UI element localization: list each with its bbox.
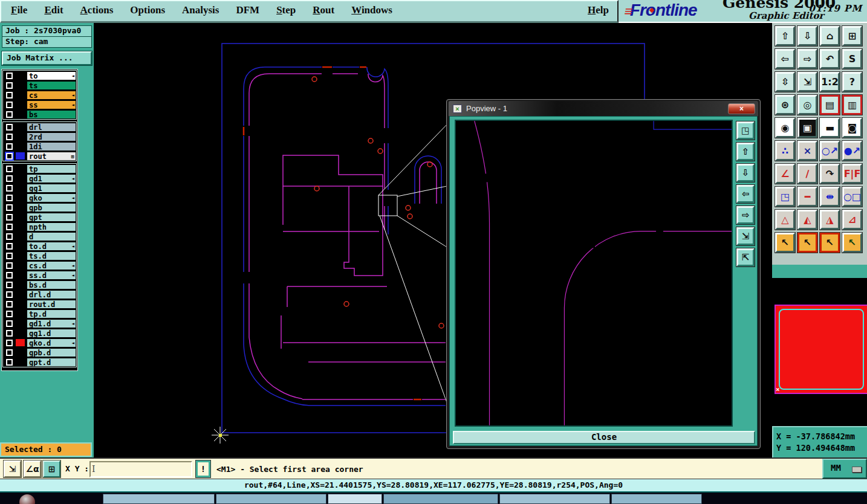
angle-mode-button[interactable]: ∠α [24,460,41,477]
layer-visibility-checkbox[interactable] [6,272,13,279]
menu-windows[interactable]: Windows [351,4,392,16]
layer-row[interactable]: gpt◄ [3,212,76,222]
layer-row[interactable]: drl.d◄ [3,289,76,299]
popview-pan-up-button[interactable]: ⇧ [736,143,755,161]
layer-visibility-checkbox[interactable] [6,204,13,211]
layer-row[interactable]: tp.d◄ [3,309,76,318]
measure-button[interactable]: ▬ [820,118,840,138]
layer-row[interactable]: 2rd◄ [3,132,76,141]
taskbar-button[interactable] [328,494,382,504]
shape-combine-button[interactable]: ○□ [842,187,862,207]
layer-row[interactable]: bs◄ [3,109,76,119]
layer-visibility-checkbox[interactable] [6,195,13,201]
slope-line-button[interactable]: ∕ [797,164,817,184]
layer-row[interactable]: gpt.d◄ [3,357,76,367]
taskbar-button[interactable] [216,494,326,504]
menu-rout[interactable]: Rout [313,4,334,16]
quadrant-button[interactable]: ⊞ [43,460,60,477]
layer-visibility-checkbox[interactable] [6,82,13,89]
layer-row[interactable]: ts◄ [3,80,76,90]
start-button[interactable] [19,494,35,504]
popview-zoom-out-button[interactable]: ⇲ [736,227,755,245]
surface-arch-button[interactable]: ◮ [820,210,840,230]
popview-duplicate-button[interactable]: ◳ [736,121,755,140]
layer-row[interactable]: gko◄ [3,193,76,202]
layer-visibility-checkbox[interactable] [6,175,13,182]
popview-titlebar[interactable]: × Popview - 1 × [449,101,758,116]
layer-visibility-checkbox[interactable] [6,224,13,230]
swap-symbol-button[interactable]: ▣ [797,118,817,138]
layer-visibility-checkbox[interactable] [6,185,13,192]
popview-pan-left-button[interactable]: ⇦ [736,185,755,203]
select-inside-button[interactable]: ↖ [820,233,840,253]
filled-endpoint-button[interactable]: ●↗ [842,141,862,161]
layer-row[interactable]: to◄ [3,71,76,80]
layer-visibility-checkbox[interactable] [6,301,13,308]
pan-view-right-button[interactable]: ⇨ [797,49,817,69]
zoom-query-button[interactable]: ? [842,72,862,92]
surface-peak-button[interactable]: ◭ [797,210,817,230]
menu-help[interactable]: Help [588,4,609,16]
zoom-1-2-button[interactable]: 1:2 [820,72,840,92]
menu-actions[interactable]: Actions [80,4,114,16]
layer-row[interactable]: ss.d◄ [3,270,76,280]
popview-close-x-button[interactable]: × [728,103,755,114]
layer-row[interactable]: rout◄⊞ [3,151,76,161]
popview-zoom-in-button[interactable]: ⇱ [736,248,755,267]
layer-row[interactable]: drl◄ [3,122,76,132]
menu-options[interactable]: Options [130,4,165,16]
layer-visibility-checkbox[interactable] [6,233,13,240]
menu-analysis[interactable]: Analysis [182,4,219,16]
layer-visibility-checkbox[interactable] [6,320,13,327]
layer-visibility-checkbox[interactable] [6,282,13,288]
select-frame-button[interactable]: ↖ [797,233,817,253]
layer-row[interactable]: gpb.d◄ [3,347,76,357]
layer-row[interactable]: gpb◄ [3,202,76,212]
layer-row[interactable]: ss◄ [3,100,76,109]
pan-view-left-button[interactable]: ⇦ [775,49,795,69]
layer-visibility-checkbox[interactable] [6,166,13,172]
layer-row[interactable]: 1di◄ [3,141,76,151]
zoom-center-button[interactable]: ⇲ [797,72,817,92]
clear-select-button[interactable]: × [797,141,817,161]
popview-canvas[interactable] [455,120,733,427]
xy-input[interactable] [89,461,192,477]
snap-diagonal-button[interactable]: ⇲ [4,460,21,477]
pan-view-up-button[interactable]: ⇧ [775,26,795,46]
layer-visibility-checkbox[interactable] [6,253,13,259]
serpentine-view-button[interactable]: S [842,49,862,69]
layer-visibility-checkbox[interactable] [6,340,13,346]
display-config-2-button[interactable]: ▥ [842,95,862,115]
layer-visibility-checkbox[interactable] [6,330,13,337]
tools-button[interactable]: ⊛ [775,95,795,115]
alert-button[interactable]: ! [196,460,210,477]
layer-visibility-checkbox[interactable] [6,243,13,250]
layer-visibility-checkbox[interactable] [6,291,13,298]
layer-visibility-checkbox[interactable] [6,111,13,118]
layer-visibility-checkbox[interactable] [6,92,13,99]
layer-row[interactable]: gko.d◄ [3,338,76,347]
layer-visibility-checkbox[interactable] [6,262,13,269]
angle-measure-button[interactable]: ∠ [775,164,795,184]
layer-visibility-checkbox[interactable] [6,73,13,79]
taskbar-button[interactable] [499,494,610,504]
layer-row[interactable]: gg1◄ [3,183,76,193]
layer-row[interactable]: tp◄ [3,164,76,173]
surface-outline-button[interactable]: △ [775,210,795,230]
copy-pad-button[interactable]: ◳ [775,187,795,207]
layer-visibility-checkbox[interactable] [6,311,13,317]
home-view-button[interactable]: ⌂ [820,26,840,46]
units-dropdown-button[interactable] [852,467,862,473]
mirror-text-button[interactable]: F|F [842,164,862,184]
span-measure-button[interactable]: ⇹ [820,187,840,207]
layer-row[interactable]: ts.d◄ [3,251,76,260]
layer-visibility-checkbox[interactable] [6,214,13,221]
layer-row[interactable]: cs◄ [3,90,76,100]
layer-visibility-checkbox[interactable] [6,134,13,140]
menu-dfm[interactable]: DFM [236,4,259,16]
select-pointer-button[interactable]: ↖ [775,233,795,253]
popview-close-button[interactable]: Close [453,431,755,444]
net-select-button[interactable]: ∴ [775,141,795,161]
layer-row[interactable]: d◄ [3,231,76,241]
menu-edit[interactable]: Edit [44,4,63,16]
